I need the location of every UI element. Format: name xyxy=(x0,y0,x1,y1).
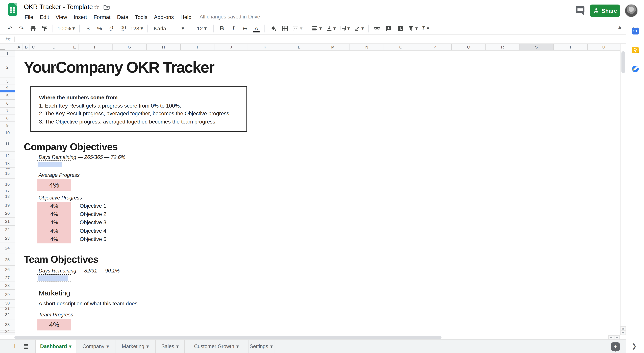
row-header-27[interactable]: 27 xyxy=(0,274,15,282)
row-header-12[interactable]: 12 xyxy=(0,152,15,160)
column-header-U[interactable]: U xyxy=(588,44,620,50)
zoom-select[interactable]: 100%▼ xyxy=(56,23,76,33)
format-percent-button[interactable]: % xyxy=(95,23,104,33)
vertical-scrollbar-thumb[interactable] xyxy=(621,51,625,73)
vertical-align-button[interactable]: ▼ xyxy=(325,23,337,33)
avatar[interactable] xyxy=(625,4,638,17)
add-sheet-button[interactable]: + xyxy=(9,340,21,353)
row-header-11[interactable]: 11 xyxy=(0,136,15,152)
column-header-L[interactable]: L xyxy=(282,44,316,50)
tab-dropdown-arrow-icon[interactable]: ▼ xyxy=(146,344,149,348)
column-header-D[interactable]: D xyxy=(38,44,71,50)
row-header-14[interactable]: 14 xyxy=(0,168,15,169)
undo-button[interactable]: ↶ xyxy=(5,23,15,33)
column-header-I[interactable]: I xyxy=(181,44,214,50)
decrease-decimal-button[interactable]: .0← xyxy=(106,23,116,33)
tab-marketing[interactable]: Marketing▼ xyxy=(116,340,156,353)
objective-3-label[interactable]: Objective 3 xyxy=(80,218,106,227)
expand-panel-chevron-icon[interactable]: ❯ xyxy=(632,342,637,350)
tab-dropdown-arrow-icon[interactable]: ▼ xyxy=(176,344,179,348)
row-header-17[interactable]: 17 xyxy=(0,190,15,192)
row-header-15[interactable]: 15 xyxy=(0,169,15,178)
row-header-8[interactable]: 8 xyxy=(0,115,15,122)
team-progress-cell[interactable]: 4% xyxy=(38,319,71,330)
column-header-K[interactable]: K xyxy=(248,44,282,50)
functions-button[interactable]: Σ▼ xyxy=(421,23,430,33)
row-header-31[interactable]: 31 xyxy=(0,307,15,310)
objective-4-pct[interactable]: 4% xyxy=(38,227,71,235)
increase-decimal-button[interactable]: .00→ xyxy=(118,23,128,33)
tab-dashboard[interactable]: Dashboard▼ xyxy=(36,340,76,353)
horizontal-align-button[interactable]: ▼ xyxy=(310,23,323,33)
tab-dropdown-arrow-icon[interactable]: ▼ xyxy=(236,344,239,348)
objective-progress-label[interactable]: Objective Progress xyxy=(38,195,82,201)
text-wrap-button[interactable]: ▼ xyxy=(339,23,351,33)
row-header-2[interactable]: 2 xyxy=(0,57,15,78)
row-header-19[interactable]: 19 xyxy=(0,201,15,210)
row-header-4[interactable]: 4 xyxy=(0,85,15,90)
menu-edit[interactable]: Edit xyxy=(36,14,52,20)
average-progress-cell[interactable]: 4% xyxy=(38,179,71,191)
text-rotation-button[interactable]: ▼ xyxy=(353,23,365,33)
column-header-C[interactable]: C xyxy=(30,44,38,50)
column-header-R[interactable]: R xyxy=(486,44,520,50)
team-description[interactable]: A short description of what this team do… xyxy=(38,300,138,307)
objective-1-label[interactable]: Objective 1 xyxy=(80,202,106,210)
menu-data[interactable]: Data xyxy=(114,14,132,20)
row-header-25[interactable]: 25 xyxy=(0,254,15,266)
menu-view[interactable]: View xyxy=(52,14,70,20)
row-header-22[interactable]: 22 xyxy=(0,226,15,234)
column-header-T[interactable]: T xyxy=(554,44,588,50)
fill-color-button[interactable] xyxy=(268,23,278,33)
menu-tools[interactable]: Tools xyxy=(132,14,150,20)
comments-button[interactable] xyxy=(576,6,585,14)
column-header-B[interactable]: B xyxy=(23,44,30,50)
company-days-progress-cell[interactable] xyxy=(37,160,71,168)
column-header-P[interactable]: P xyxy=(418,44,452,50)
save-status[interactable]: All changes saved in Drive xyxy=(200,14,260,20)
tab-dropdown-arrow-icon[interactable]: ▼ xyxy=(270,344,273,348)
team-progress-label[interactable]: Team Progress xyxy=(38,312,73,318)
tasks-icon[interactable] xyxy=(632,66,639,72)
row-header-28[interactable]: 28 xyxy=(0,282,15,290)
menu-help[interactable]: Help xyxy=(177,14,195,20)
horizontal-scrollbar[interactable] xyxy=(0,336,620,340)
column-header-A[interactable]: A xyxy=(15,44,23,50)
horizontal-scrollbar-thumb[interactable] xyxy=(14,336,442,339)
row-header-34[interactable]: 34 xyxy=(0,330,15,333)
merge-cells-button[interactable]: ▼ xyxy=(291,23,304,33)
row-header-29[interactable]: 29 xyxy=(0,290,15,300)
strikethrough-button[interactable]: S xyxy=(240,23,250,33)
objective-1-pct[interactable]: 4% xyxy=(38,202,71,210)
row-header-21[interactable]: 21 xyxy=(0,218,15,226)
borders-button[interactable] xyxy=(280,23,290,33)
objective-5-label[interactable]: Objective 5 xyxy=(80,235,106,243)
menu-addons[interactable]: Add-ons xyxy=(151,14,177,20)
sheet-main-title[interactable]: YourCompany OKR Tracker xyxy=(24,58,214,76)
column-header-M[interactable]: M xyxy=(316,44,350,50)
print-button[interactable] xyxy=(28,23,38,33)
row-header-20[interactable]: 20 xyxy=(0,210,15,218)
row-header-16[interactable]: 16 xyxy=(0,178,15,190)
row-header-18[interactable]: 18 xyxy=(0,192,15,201)
row-header-24[interactable]: 24 xyxy=(0,243,15,254)
insert-link-button[interactable] xyxy=(372,23,382,33)
star-icon[interactable]: ☆ xyxy=(94,3,100,11)
share-button[interactable]: Share xyxy=(590,4,620,17)
row-header-33[interactable]: 33 xyxy=(0,319,15,330)
format-currency-button[interactable]: $ xyxy=(83,23,93,33)
tab-customer-growth[interactable]: Customer Growth▼ xyxy=(185,340,248,353)
keep-icon[interactable] xyxy=(632,47,639,53)
italic-button[interactable]: I xyxy=(228,23,238,33)
vertical-scrollbar[interactable] xyxy=(620,44,626,326)
scroll-left-button[interactable]: ◀ xyxy=(608,336,614,340)
more-formats-button[interactable]: 123▼ xyxy=(129,23,144,33)
frozen-row-indicator[interactable] xyxy=(0,90,15,92)
tab-dropdown-arrow-icon[interactable]: ▼ xyxy=(69,344,72,348)
tab-dropdown-arrow-icon[interactable]: ▼ xyxy=(106,344,109,348)
explore-button[interactable]: ✦ xyxy=(611,342,620,351)
objective-progress-block[interactable]: 4%4%4%4%4% xyxy=(38,202,71,244)
info-box[interactable]: Where the numbers come from 1. Each Key … xyxy=(30,86,247,132)
text-color-button[interactable]: A xyxy=(252,23,262,33)
row-header-3[interactable]: 3 xyxy=(0,78,15,85)
